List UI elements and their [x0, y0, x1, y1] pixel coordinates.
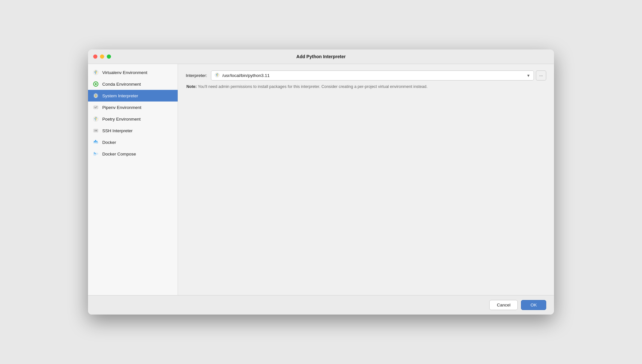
svg-rect-16	[95, 153, 98, 155]
sidebar: Virtualenv Environment Conda Environment	[88, 64, 178, 295]
svg-rect-18	[95, 153, 96, 154]
minimize-button[interactable]	[100, 55, 104, 59]
sidebar-item-label: Docker Compose	[102, 152, 136, 156]
sidebar-item-poetry[interactable]: Poetry Environment	[88, 113, 178, 125]
svg-rect-12	[95, 141, 96, 142]
sidebar-item-conda[interactable]: Conda Environment	[88, 78, 178, 90]
interpreter-more-button[interactable]: ···	[536, 70, 546, 80]
main-content: Interpreter: /usr/local/bin	[178, 64, 554, 295]
dialog-body: Virtualenv Environment Conda Environment	[88, 64, 554, 295]
sidebar-item-docker[interactable]: Docker	[88, 136, 178, 148]
sidebar-item-virtualenv[interactable]: Virtualenv Environment	[88, 67, 178, 78]
interpreter-path: /usr/local/bin/python3.11	[222, 73, 524, 78]
sidebar-item-label: Virtualenv Environment	[102, 70, 147, 75]
ok-button[interactable]: OK	[521, 300, 546, 310]
sidebar-item-system[interactable]: System Interpreter	[88, 90, 178, 102]
svg-rect-17	[94, 153, 95, 154]
interpreter-label: Interpreter:	[186, 73, 207, 78]
svg-rect-11	[94, 141, 95, 142]
sidebar-item-label: Conda Environment	[102, 82, 141, 87]
sidebar-item-docker-compose[interactable]: Docker Compose	[88, 148, 178, 160]
cancel-button[interactable]: Cancel	[489, 300, 518, 310]
docker-icon	[93, 139, 99, 145]
ssh-icon	[93, 127, 99, 134]
title-bar: Add Python Interpreter	[88, 49, 554, 64]
interpreter-row: Interpreter: /usr/local/bin	[186, 70, 546, 80]
sidebar-item-label: System Interpreter	[102, 93, 138, 98]
sidebar-item-label: Poetry Environment	[102, 117, 141, 122]
svg-rect-14	[95, 140, 96, 141]
sidebar-item-label: Pipenv Environment	[102, 105, 141, 110]
note-prefix: Note:	[186, 84, 197, 89]
sidebar-item-ssh[interactable]: SSH Interpreter	[88, 125, 178, 136]
svg-rect-19	[94, 152, 95, 153]
svg-rect-13	[96, 141, 97, 142]
note-body: You'll need admin permissions to install…	[197, 84, 427, 89]
sidebar-item-label: SSH Interpreter	[102, 128, 133, 133]
note-text: Note: You'll need admin permissions to i…	[186, 84, 546, 90]
poetry-icon	[93, 116, 99, 122]
add-python-interpreter-dialog: Add Python Interpreter Virtualenv Enviro…	[88, 49, 554, 315]
conda-icon	[93, 81, 99, 87]
sidebar-item-pipenv[interactable]: Pipenv Environment	[88, 102, 178, 113]
interpreter-select[interactable]: /usr/local/bin/python3.11 ▼	[211, 70, 534, 80]
svg-point-2	[95, 83, 97, 85]
window-controls	[93, 55, 111, 59]
maximize-button[interactable]	[107, 55, 111, 59]
sidebar-item-label: Docker	[102, 140, 116, 145]
dialog-footer: Cancel OK	[88, 295, 554, 315]
virtualenv-icon	[93, 69, 99, 76]
system-icon	[93, 92, 99, 99]
dialog-title: Add Python Interpreter	[296, 54, 346, 59]
chevron-down-icon: ▼	[526, 73, 530, 78]
python-interpreter-icon	[215, 72, 220, 79]
interpreter-input-group: /usr/local/bin/python3.11 ▼ ···	[211, 70, 546, 80]
pipenv-icon	[93, 104, 99, 111]
docker-compose-icon	[93, 151, 99, 157]
close-button[interactable]	[93, 55, 97, 59]
